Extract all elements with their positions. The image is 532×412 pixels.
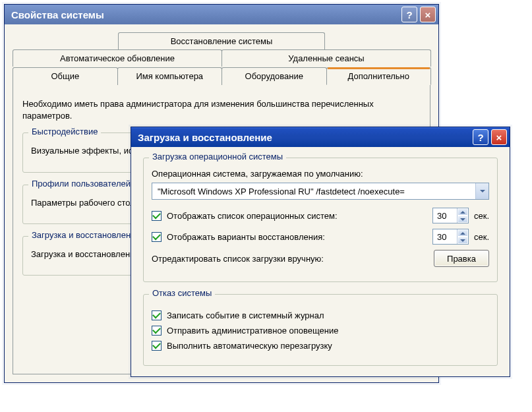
spin-down-icon[interactable] xyxy=(458,237,468,244)
show-os-list-label: Отображать список операционных систем: xyxy=(167,211,338,221)
tab-system-restore[interactable]: Восстановление системы xyxy=(118,32,325,49)
show-recovery-seconds-stepper[interactable] xyxy=(432,229,469,245)
show-os-list-seconds-stepper[interactable] xyxy=(432,208,469,223)
tab-hardware[interactable]: Оборудование xyxy=(222,67,327,85)
default-os-value: "Microsoft Windows XP Professional RU" /… xyxy=(158,187,475,196)
tab-general[interactable]: Общие xyxy=(13,67,118,85)
help-icon[interactable]: ? xyxy=(401,7,417,22)
group-system-failure: Отказ системы Записать событие в системн… xyxy=(143,294,498,366)
tab-auto-updates[interactable]: Автоматическое обновление xyxy=(13,49,222,67)
default-os-label: Операционная система, загружаемая по умо… xyxy=(152,169,489,179)
parent-titlebar: Свойства системы ? × xyxy=(5,5,438,24)
child-title: Загрузка и восстановление xyxy=(138,132,272,143)
seconds-label: сек. xyxy=(474,232,489,242)
group-os-startup-title: Загрузка операционной системы xyxy=(149,152,286,162)
tab-remote[interactable]: Удаленные сеансы xyxy=(222,49,431,67)
close-icon[interactable]: × xyxy=(420,7,436,22)
auto-restart-label: Выполнить автоматическую перезагрузку xyxy=(167,341,332,351)
log-event-label: Записать событие в системный журнал xyxy=(167,310,324,320)
send-alert-label: Отправить административное оповещение xyxy=(167,326,338,336)
chevron-down-icon[interactable] xyxy=(475,183,488,199)
show-os-list-seconds-input[interactable] xyxy=(433,208,457,223)
help-icon[interactable]: ? xyxy=(473,129,488,145)
default-os-select[interactable]: "Microsoft Windows XP Professional RU" /… xyxy=(152,183,489,200)
edit-boot-label: Отредактировать список загрузки вручную: xyxy=(152,254,324,264)
intro-text: Необходимо иметь права администратора дл… xyxy=(22,98,421,122)
parent-title: Свойства системы xyxy=(11,9,104,20)
group-os-startup: Загрузка операционной системы Операционн… xyxy=(143,158,498,282)
show-recovery-label: Отображать варианты восстановления: xyxy=(167,232,325,242)
group-system-failure-title: Отказ системы xyxy=(149,288,215,298)
show-os-list-checkbox[interactable] xyxy=(152,211,162,221)
tab-advanced[interactable]: Дополнительно xyxy=(326,67,432,85)
log-event-checkbox[interactable] xyxy=(152,310,162,320)
show-recovery-checkbox[interactable] xyxy=(152,232,162,242)
group-performance-title: Быстродействие xyxy=(28,127,101,136)
spin-down-icon[interactable] xyxy=(458,216,468,223)
group-profiles-title: Профили пользователей xyxy=(28,179,134,189)
seconds-label: сек. xyxy=(474,211,489,221)
spin-up-icon[interactable] xyxy=(458,229,468,237)
close-icon[interactable]: × xyxy=(491,129,507,145)
edit-button[interactable]: Правка xyxy=(434,250,489,267)
group-startup-title: Загрузка и восстановление xyxy=(28,230,144,240)
spin-up-icon[interactable] xyxy=(458,208,468,216)
show-recovery-seconds-input[interactable] xyxy=(433,229,457,244)
child-titlebar: Загрузка и восстановление ? × xyxy=(131,127,510,147)
send-alert-checkbox[interactable] xyxy=(152,326,162,336)
tab-computer-name[interactable]: Имя компьютера xyxy=(117,67,223,85)
auto-restart-checkbox[interactable] xyxy=(152,341,162,351)
